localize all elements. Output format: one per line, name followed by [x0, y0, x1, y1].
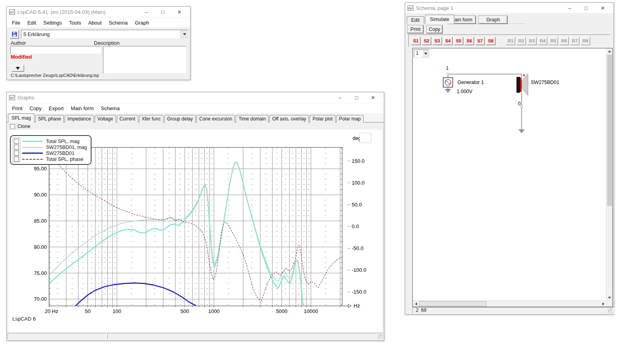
close-icon[interactable]: ✕	[594, 5, 611, 11]
maximize-icon[interactable]: □	[348, 95, 365, 101]
s-button-s2[interactable]: S2	[422, 37, 431, 45]
graphs-titlebar[interactable]: Graphs – □ ✕	[7, 92, 384, 103]
minimize-icon[interactable]: –	[138, 9, 154, 15]
resize-grip[interactable]	[608, 308, 613, 313]
tab-spl-phase[interactable]: SPL phase	[35, 115, 64, 122]
graphs-menu-copy[interactable]: Copy	[26, 105, 45, 111]
svg-text:95.00: 95.00	[34, 166, 47, 172]
main-menu-settings[interactable]: Settings	[40, 20, 65, 26]
expand-button[interactable]	[11, 65, 24, 72]
tab-polar-map[interactable]: Polar map	[336, 115, 364, 122]
schema-canvas[interactable]: 1 Generator 1 1.000V + SW275BD01	[412, 48, 613, 307]
chevron-right-icon	[602, 302, 604, 306]
schema-titlebar[interactable]: Schema, page 1 – □ ✕	[405, 3, 614, 13]
schema-window: Schema, page 1 – □ ✕ EditSimulate Main f…	[405, 2, 614, 315]
legend-line-sample	[22, 159, 43, 160]
page-dropdown-button[interactable]	[423, 50, 429, 57]
close-icon[interactable]: ✕	[171, 9, 188, 15]
s-button-s6[interactable]: S6	[465, 37, 474, 45]
description-input[interactable]	[103, 46, 187, 74]
schema-statusbar: 2 69	[412, 307, 615, 314]
r-button-r8: R8	[581, 37, 590, 45]
r-buttons: R1R2R3R4R5R6R7R8	[506, 37, 590, 45]
main-menu-about[interactable]: About	[85, 20, 105, 26]
main-titlebar[interactable]: LspCAD 6.41 pro (2015-04-03) (Main) – □ …	[7, 7, 190, 18]
scroll-left-button[interactable]	[413, 301, 419, 307]
s-button-s1[interactable]: S1	[411, 37, 421, 45]
graphs-menu-print[interactable]: Print	[8, 105, 26, 111]
svg-text:80.00: 80.00	[34, 244, 47, 250]
maximize-icon[interactable]: □	[578, 5, 594, 11]
s-button-s7[interactable]: S7	[475, 37, 485, 45]
button-copy[interactable]: Copy	[427, 25, 442, 33]
main-menu-graph[interactable]: Graph	[131, 20, 152, 26]
schema-window-title: Schema, page 1	[416, 5, 453, 11]
scroll-up-button[interactable]	[606, 48, 613, 54]
tab-edit[interactable]: Edit	[407, 16, 424, 24]
chart-corner-button[interactable]	[360, 133, 372, 143]
project-selector[interactable]: 5 Erklärung	[21, 30, 188, 39]
schema-navbar: Main formGraph	[447, 16, 511, 24]
tab-voltage[interactable]: Voltage	[95, 115, 116, 122]
svg-text:-100.0: -100.0	[352, 267, 366, 273]
main-menu-file[interactable]: File	[8, 20, 24, 26]
file-path: C:\Lautsprecher Zeugs\LspCAD\Erklärung.l…	[11, 73, 99, 78]
minimize-icon[interactable]: –	[561, 5, 578, 11]
scrollbar-thumb[interactable]	[419, 301, 486, 306]
svg-text:10000: 10000	[304, 308, 318, 314]
main-menu-edit[interactable]: Edit	[24, 20, 40, 26]
app-icon	[9, 95, 15, 101]
graphs-menu-export[interactable]: Export	[45, 105, 67, 111]
scroll-down-button[interactable]	[606, 295, 613, 301]
legend-row: SW275BD01	[13, 150, 88, 156]
vertical-scrollbar[interactable]	[606, 48, 612, 301]
tab-impedance[interactable]: Impedance	[65, 115, 93, 122]
tab-cone-excursion[interactable]: Cone excursion	[196, 115, 235, 122]
schematic: 1 Generator 1 1.000V + SW275BD01	[413, 48, 606, 300]
graphs-menu-main-form[interactable]: Main form	[67, 105, 97, 111]
tab-off-axis-overlay[interactable]: Off axis, overlay	[269, 115, 309, 122]
app-icon	[9, 9, 15, 15]
chart-legend: Total SPL, magSW275BD01, magSW275BD01Tot…	[10, 135, 91, 165]
svg-text:100: 100	[112, 308, 121, 314]
s-button-s8[interactable]: S8	[486, 37, 495, 45]
graphs-menu-schema[interactable]: Schema	[97, 105, 123, 111]
s-button-s4[interactable]: S4	[443, 37, 453, 45]
tab-time-domain[interactable]: Time domain	[236, 115, 269, 122]
series-total-spl-phase	[49, 154, 341, 301]
button-graph[interactable]: Graph	[479, 16, 507, 24]
tab-group-delay[interactable]: Group delay	[164, 115, 196, 122]
s-button-s3[interactable]: S3	[433, 37, 442, 45]
tab-spl-mag[interactable]: SPL mag	[8, 113, 34, 122]
button-print[interactable]: Print	[408, 25, 423, 33]
close-icon[interactable]: ✕	[365, 95, 381, 101]
scrollbar-thumb[interactable]	[607, 55, 612, 206]
save-button[interactable]	[10, 30, 19, 39]
status-cell	[8, 333, 107, 339]
r-button-r1: R1	[506, 37, 515, 45]
resize-grip[interactable]	[378, 334, 383, 339]
maximize-icon[interactable]: □	[154, 9, 171, 15]
status-cell	[107, 333, 383, 339]
legend-row: Total SPL, phase	[13, 156, 88, 162]
svg-text:-150.0: -150.0	[352, 289, 366, 295]
main-menu-schema[interactable]: Schema	[105, 20, 131, 26]
tab-current[interactable]: Current	[117, 115, 138, 122]
minimize-icon[interactable]: –	[332, 95, 348, 101]
tab-xfer-func[interactable]: Xfer func	[139, 115, 164, 122]
legend-line-sample	[22, 141, 43, 142]
tab-polar-plot[interactable]: Polar plot	[310, 115, 335, 122]
main-menu-tools[interactable]: Tools	[65, 20, 84, 26]
s-button-s5[interactable]: S5	[454, 37, 463, 45]
author-input[interactable]	[10, 46, 101, 54]
clone-checkbox[interactable]	[10, 124, 15, 129]
page-selector[interactable]: 1	[414, 50, 429, 57]
generator-symbol[interactable]	[443, 78, 453, 92]
tab-simulate[interactable]: Simulate	[425, 15, 455, 24]
chevron-down-icon	[424, 53, 427, 55]
horizontal-scrollbar[interactable]	[413, 300, 606, 307]
project-dropdown-button[interactable]	[181, 30, 188, 38]
scroll-right-button[interactable]	[600, 301, 606, 307]
description-label: Description	[94, 40, 120, 46]
graphs-tabbar: SPL magSPL phaseImpedanceVoltageCurrentX…	[7, 113, 384, 122]
